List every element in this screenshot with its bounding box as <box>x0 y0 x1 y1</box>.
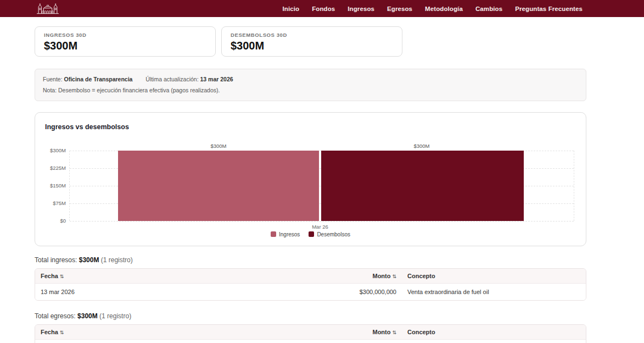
total-value: $300M <box>79 256 99 264</box>
stat-cards-row: INGRESOS 30D $300M DESEMBOLSOS 30D $300M <box>35 26 586 57</box>
col-label: Concepto <box>407 273 435 279</box>
bar-value-label-desembolsos: $300M <box>397 143 446 149</box>
total-value: $300M <box>77 312 98 320</box>
table-row: 13 mar 2026 $300,000,000 Venta extraordi… <box>35 283 586 300</box>
col-label: Fecha <box>41 329 58 335</box>
col-label: Monto <box>372 329 390 335</box>
col-header-monto[interactable]: Monto⇅ <box>309 325 402 339</box>
cell-monto: $300,000,000 <box>309 284 402 300</box>
table-row: 13 mar 2026 $300,000,000 Aumento del ing… <box>35 339 586 343</box>
y-tick-225m: $225M <box>35 165 66 171</box>
legend-swatch-desembolsos <box>309 231 314 237</box>
y-tick-300m: $300M <box>35 147 66 153</box>
chart-legend: Ingresos Desembolsos <box>35 231 586 237</box>
gridline <box>70 221 574 222</box>
sort-icon: ⇅ <box>392 274 396 279</box>
legend-item-desembolsos[interactable]: Desembolsos <box>309 231 350 237</box>
legend-label: Ingresos <box>279 231 300 237</box>
updated-label: Última actualización: <box>145 76 198 82</box>
fuente-label: Fuente: <box>43 76 63 82</box>
main-nav: Inicio Fondos Ingresos Egresos Metodolog… <box>283 5 583 12</box>
cell-concepto: Venta extraordinaria de fuel oil <box>402 284 586 300</box>
y-tick-0: $0 <box>35 218 66 224</box>
col-label: Monto <box>372 273 390 279</box>
bar-desembolsos[interactable] <box>321 151 524 221</box>
note-line: Nota: Desembolso = ejecución financiera … <box>43 85 578 96</box>
legend-swatch-ingresos <box>271 231 276 237</box>
nav-inicio[interactable]: Inicio <box>283 5 300 12</box>
source-note-box: Fuente: Oficina de Transparencia Última … <box>35 69 586 101</box>
col-header-fecha[interactable]: Fecha⇅ <box>35 325 309 339</box>
stat-value: $300M <box>44 40 206 52</box>
table-header-row: Fecha⇅ Monto⇅ Concepto <box>35 269 586 283</box>
nav-fondos[interactable]: Fondos <box>312 5 335 12</box>
sort-icon: ⇅ <box>60 330 64 335</box>
source-line: Fuente: Oficina de Transparencia Última … <box>43 74 578 85</box>
cell-fecha: 13 mar 2026 <box>35 284 309 300</box>
ingresos-table: Fecha⇅ Monto⇅ Concepto 13 mar 2026 $300,… <box>35 268 586 301</box>
government-building-logo <box>35 2 60 15</box>
col-header-fecha[interactable]: Fecha⇅ <box>35 269 309 283</box>
stat-label: DESEMBOLSOS 30D <box>231 32 393 38</box>
bar-value-label-ingresos: $300M <box>194 143 243 149</box>
legend-label: Desembolsos <box>317 231 350 237</box>
total-count: (1 registro) <box>101 256 133 264</box>
total-label: Total ingresos: <box>35 256 77 264</box>
y-tick-150m: $150M <box>35 182 66 189</box>
col-header-monto[interactable]: Monto⇅ <box>309 269 402 283</box>
y-tick-75m: $75M <box>35 200 66 206</box>
sort-icon: ⇅ <box>60 274 64 279</box>
nav-egresos[interactable]: Egresos <box>387 5 412 12</box>
total-count: (1 registro) <box>99 312 131 320</box>
stat-card-desembolsos-30d: DESEMBOLSOS 30D $300M <box>221 26 402 57</box>
x-tick-mar26: Mar 26 <box>298 224 342 230</box>
cell-fecha: 13 mar 2026 <box>35 340 309 343</box>
col-label: Concepto <box>407 329 435 335</box>
updated-value: 13 mar 2026 <box>200 76 233 82</box>
stat-label: INGRESOS 30D <box>44 32 206 38</box>
table-header-row: Fecha⇅ Monto⇅ Concepto <box>35 325 586 339</box>
nav-preguntas-frecuentes[interactable]: Preguntas Frecuentes <box>515 5 583 12</box>
sort-icon: ⇅ <box>392 330 396 335</box>
stat-card-ingresos-30d: INGRESOS 30D $300M <box>35 26 216 57</box>
egresos-table: Fecha⇅ Monto⇅ Concepto 13 mar 2026 $300,… <box>35 324 586 343</box>
legend-item-ingresos[interactable]: Ingresos <box>271 231 300 237</box>
stat-value: $300M <box>231 40 393 52</box>
total-egresos-line: Total egresos: $300M (1 registro) <box>35 312 586 320</box>
chart-plot-area: $300M $300M Mar 26 <box>69 151 574 221</box>
total-label: Total egresos: <box>35 312 76 320</box>
nav-metodologia[interactable]: Metodología <box>425 5 463 12</box>
col-header-concepto: Concepto <box>402 269 586 283</box>
cell-monto: $300,000,000 <box>309 340 402 343</box>
cell-concepto: Aumento del ingreso minimo integral <box>402 340 586 343</box>
nav-ingresos[interactable]: Ingresos <box>348 5 374 12</box>
chart-title: Ingresos vs desembolsos <box>45 123 129 131</box>
top-navigation-bar: Inicio Fondos Ingresos Egresos Metodolog… <box>0 0 644 17</box>
col-label: Fecha <box>41 273 58 279</box>
total-ingresos-line: Total ingresos: $300M (1 registro) <box>35 256 586 264</box>
bar-ingresos[interactable] <box>118 151 319 221</box>
col-header-concepto: Concepto <box>402 325 586 339</box>
fuente-value: Oficina de Transparencia <box>64 76 133 82</box>
nav-cambios[interactable]: Cambios <box>475 5 502 12</box>
chart-card: Ingresos vs desembolsos $300M $225M $150… <box>35 112 586 246</box>
